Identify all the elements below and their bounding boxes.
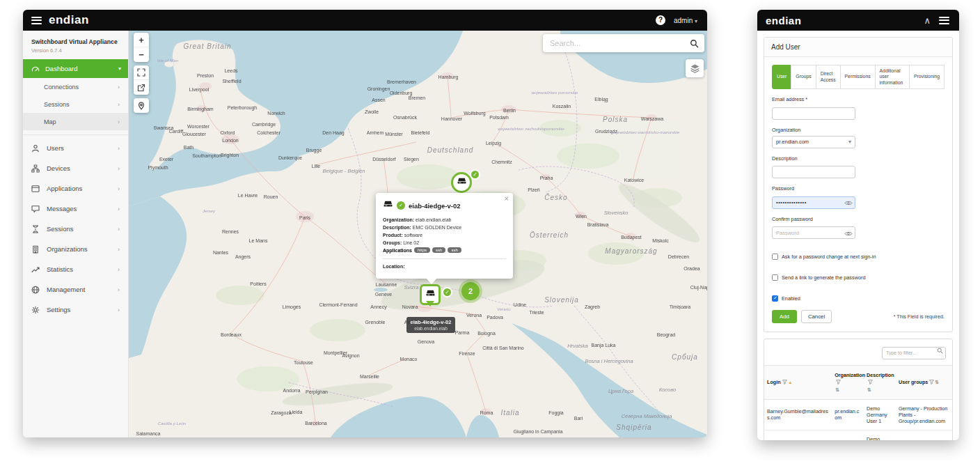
map-place-label: Rennes (222, 229, 239, 234)
filter-icon[interactable] (836, 380, 841, 386)
menu-icon[interactable] (31, 17, 42, 24)
fullscreen-button[interactable] (134, 65, 149, 80)
sort-icon[interactable]: ⇅ (835, 387, 861, 393)
sidebar-item-dashboard[interactable]: Dashboard ▾ (23, 59, 128, 78)
tab[interactable]: Provisioning (909, 65, 945, 89)
chevron-right-icon: › (118, 226, 120, 233)
device-icon (457, 176, 467, 189)
checkbox-row[interactable]: Enabled (772, 295, 945, 302)
tab[interactable]: Direct Access (816, 65, 841, 89)
map-place-label: Miskolc (652, 238, 668, 243)
sidebar-item[interactable]: Messages › (23, 199, 128, 219)
map-place-label: Dunkerque (278, 155, 302, 160)
close-icon[interactable]: × (505, 194, 509, 203)
column-user-groups[interactable]: User groups⇅ (896, 365, 952, 399)
column-organization[interactable]: Organization⇅ (832, 365, 864, 399)
sidebar-item[interactable]: Management › (23, 279, 128, 300)
status-ok-badge (397, 201, 405, 210)
tab[interactable]: User (772, 65, 791, 89)
map-place-label: Bari (574, 416, 583, 421)
marker-tooltip: eiab-4iedge-v-02 eiab.endian.eiab (406, 317, 455, 333)
right-header: endian ∧ (757, 10, 959, 31)
map-place-label: Città di San Marino (482, 345, 524, 350)
map-canvas[interactable]: Great Britain Isle of Man Preston Leeds … (129, 31, 707, 437)
sidebar-item[interactable]: Statistics › (23, 259, 128, 279)
eye-icon[interactable] (844, 196, 853, 205)
filter-icon[interactable] (782, 380, 787, 386)
map-place-label: Chemnitz (491, 160, 512, 164)
sort-icon[interactable]: ⇅ (935, 380, 939, 385)
sidebar-item[interactable]: Users › (23, 138, 128, 158)
sort-icon[interactable]: ⇅ (867, 387, 893, 393)
sidebar-item[interactable]: Organizations › (23, 239, 128, 259)
cell-user-groups: Germany - Production Plants - Group/pr.e… (896, 399, 952, 430)
status-ok-badge (470, 169, 480, 180)
applications-label: Applications (383, 248, 412, 253)
map-place-label: Oradea (683, 266, 700, 271)
map-place-label: Leipzig (486, 141, 501, 146)
user-table-row[interactable]: Barney.Gumble@mailadress.com pr.endian.c… (764, 399, 952, 430)
checkbox[interactable] (772, 254, 778, 260)
sort-asc-icon[interactable]: ▲ (789, 380, 793, 385)
user-table-row[interactable]: Carl.Carlson@companymail.com pr.endian.c… (764, 430, 952, 440)
eye-icon[interactable] (844, 227, 853, 235)
menu-icon[interactable] (939, 17, 949, 24)
zoom-out-button[interactable]: − (134, 47, 149, 62)
cell-description: Demo Germany User 1 (864, 399, 896, 430)
sidebar-item[interactable]: Settings › (23, 300, 128, 320)
column-login[interactable]: Login▲ (764, 365, 832, 399)
map-place-label: Verona (466, 313, 482, 318)
filter-icon[interactable] (929, 380, 934, 386)
sidebar-item[interactable]: Devices › (23, 158, 128, 178)
map-place-label: Bosna i Hercegovina (585, 358, 633, 364)
open-external-button[interactable] (134, 80, 149, 95)
users-table: Login▲ Organization⇅ Description⇅ User g… (764, 365, 952, 440)
map-place-label: Clermont-Ferrand (319, 302, 357, 307)
tab[interactable]: Groups (791, 65, 816, 89)
device-marker-north[interactable] (451, 172, 472, 193)
statistics-icon (31, 265, 40, 274)
popup-divider (383, 258, 506, 259)
map-place-label: Bremen (409, 95, 426, 100)
sidebar-item[interactable]: Sessions › (23, 219, 128, 239)
map-place-label: Liverpool (189, 87, 209, 92)
sidebar-item[interactable]: Applications › (23, 178, 128, 199)
map-place-label: Groningen (368, 86, 390, 91)
map-place-label: Србија (672, 353, 698, 361)
checkbox-row[interactable]: Send a link to generate the password (772, 274, 945, 281)
map-place-label: Sheffield (222, 79, 241, 84)
device-marker-selected[interactable] (420, 284, 441, 305)
map-place-label: Plymouth (148, 165, 168, 170)
user-menu[interactable]: admin ▾ (674, 17, 697, 24)
organization-select[interactable]: pr.endian.com ▾ (772, 136, 855, 148)
password-field[interactable] (772, 196, 855, 209)
description-field[interactable] (772, 166, 855, 178)
checkbox[interactable] (772, 274, 778, 281)
cancel-button[interactable]: Cancel (801, 310, 832, 323)
status-ok-badge (442, 287, 452, 297)
sidebar-subitem[interactable]: Connections › (23, 78, 128, 95)
confirm-password-field[interactable] (772, 226, 855, 239)
map-place-label: Wien (576, 214, 587, 219)
add-button[interactable]: Add (772, 310, 797, 323)
sidebar-subitem[interactable]: Sessions › (23, 95, 128, 113)
map-place-label: Potsdam (489, 115, 509, 120)
cluster-marker[interactable]: 2 (461, 282, 480, 300)
column-description[interactable]: Description⇅ (864, 365, 896, 399)
email-field[interactable] (772, 107, 855, 120)
locate-devices-button[interactable] (134, 98, 149, 113)
map-place-label: Annecy (370, 304, 386, 309)
zoom-in-button[interactable]: + (134, 33, 149, 47)
filter-icon[interactable] (868, 380, 873, 386)
caret-up-icon[interactable]: ∧ (924, 16, 931, 25)
tab[interactable]: Permissions (840, 65, 876, 89)
map-place-label: Paris (299, 215, 310, 220)
layers-button[interactable] (686, 59, 704, 77)
search-input[interactable] (550, 39, 690, 47)
checkbox-row[interactable]: Ask for a password change at next sign-i… (772, 254, 945, 260)
map-place-label: Lausanne (376, 282, 397, 287)
sidebar-subitem[interactable]: Map › (23, 113, 128, 130)
help-icon[interactable]: ? (656, 15, 665, 25)
checkbox[interactable] (772, 295, 778, 302)
tab[interactable]: Additional user information (875, 65, 910, 89)
